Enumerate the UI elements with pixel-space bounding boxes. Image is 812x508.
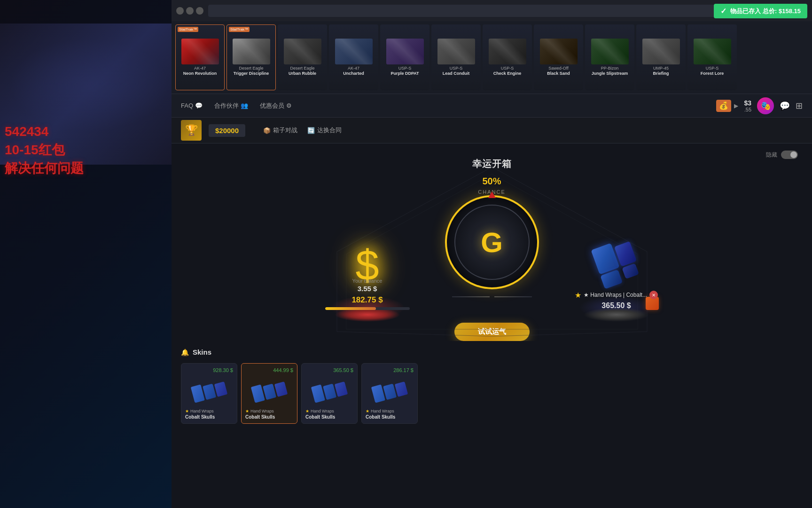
carousel-item-3[interactable]: AK-47Uncharted	[329, 24, 378, 90]
profile-bar: 🏆 $20000 📦 箱子对战 🔄 达换合同	[172, 118, 812, 143]
carousel-name-3: AK-47Uncharted	[343, 66, 364, 76]
tab-trade[interactable]: 🔄 达换合同	[304, 124, 345, 136]
skin-type-2: Hand Wraps	[311, 409, 334, 413]
skin-name-row-2: ★ Hand Wraps	[305, 409, 353, 413]
partner-icon: 👥	[241, 102, 248, 109]
carousel-name-9: UMP-45Briefing	[653, 66, 669, 76]
block-3-2	[383, 384, 397, 400]
toast-text: 物品已存入 总价: $158.15	[730, 7, 801, 16]
carousel-item-8[interactable]: PP-BizonJungle Slipstream	[585, 24, 634, 90]
browser-controls	[176, 7, 203, 15]
carousel-name-10: USP-SForest Lore	[701, 66, 724, 76]
carousel-item-1[interactable]: StatTrak™ Desert EagleTrigger Discipline	[226, 24, 276, 90]
address-bar[interactable]	[208, 5, 767, 17]
carousel-name-0: AK-47Neon Revolution	[183, 66, 217, 76]
avatar[interactable]: 🎭	[757, 97, 774, 114]
partner-label: 合作伙伴	[214, 102, 239, 110]
skin-card-1[interactable]: 444.99 $ ★ Hand Wraps Cobalt Skulls	[241, 363, 297, 424]
right-prize-labels: ★ ★ Hand Wraps | Cobalt... ✕ 365.50 $	[551, 291, 682, 310]
carousel-item-10[interactable]: USP-SForest Lore	[687, 24, 737, 90]
faq-icon: 💬	[195, 102, 203, 109]
skin-star-2: ★	[305, 409, 309, 413]
wallet-icon: 💰	[716, 100, 731, 112]
block-1-2	[263, 384, 276, 400]
skin-card-2[interactable]: 365.50 $ ★ Hand Wraps Cobalt Skulls	[301, 363, 358, 424]
tab-box-battle[interactable]: 📦 箱子对战	[259, 124, 301, 136]
wallet-area[interactable]: 💰 ▶	[716, 100, 738, 112]
spin-lines	[452, 296, 532, 297]
carousel-gun-8	[591, 39, 629, 64]
nav-faq[interactable]: FAQ 💬	[181, 102, 203, 109]
balance-cents: .55	[744, 107, 751, 112]
g-logo: G	[481, 226, 503, 259]
faq-label: FAQ	[181, 102, 193, 109]
bet-value: 182.75 $	[302, 295, 433, 305]
carousel-gun-0	[181, 39, 219, 64]
grid-icon[interactable]: ⊞	[796, 101, 803, 111]
browser-btn-2[interactable]	[186, 7, 194, 15]
carousel-item-0[interactable]: StatTrak™ AK-47Neon Revolution	[175, 24, 225, 90]
carousel-name-8: PP-BizonJungle Slipstream	[592, 66, 628, 76]
toast-check-icon: ✓	[720, 7, 726, 16]
spinner-ring: G	[445, 195, 539, 289]
chat-icon[interactable]: 💬	[780, 101, 790, 111]
carousel-name-6: USP-SCheck Engine	[493, 66, 522, 76]
carousel-badge-1: StatTrak™	[229, 27, 250, 32]
carousel-item-7[interactable]: Sawed-OffBlack Sand	[534, 24, 583, 90]
toast-notification: ✓ 物品已存入 总价: $158.15	[714, 4, 807, 18]
carousel-name-2: Desert EagleUrban Rubble	[289, 66, 316, 76]
left-panel: 542434 10-15红包 解决任何问题	[0, 0, 172, 508]
item-name-row: ★ ★ Hand Wraps | Cobalt... ✕	[551, 291, 682, 300]
nav-bar: FAQ 💬 合作伙伴 👥 优惠会员 ⚙ 💰 ▶ $3 .55 🎭 💬 ⊞	[172, 94, 812, 118]
carousel-badge-0: StatTrak™	[178, 27, 198, 32]
spin-line-right	[494, 296, 532, 297]
skin-card-3[interactable]: 286.17 $ ★ Hand Wraps Cobalt Skulls	[361, 363, 418, 424]
lucky-title-row: 幸运开箱 隐藏	[172, 143, 812, 170]
wallet-arrow: ▶	[734, 103, 738, 109]
balance-main: $3	[744, 99, 751, 107]
carousel-gun-1	[233, 39, 270, 64]
trade-icon: 🔄	[307, 127, 315, 134]
block-3-3	[395, 381, 408, 397]
carousel-item-5[interactable]: USP-SLead Conduit	[431, 24, 481, 90]
remove-item-button[interactable]: ✕	[649, 291, 658, 299]
skin-name-0: Cobalt Skulls	[185, 414, 233, 420]
skins-header: 🔔 Skins	[181, 348, 803, 356]
carousel-item-2[interactable]: Desert EagleUrban Rubble	[278, 24, 327, 90]
block-1-3	[274, 381, 288, 397]
toggle-switch[interactable]	[781, 151, 798, 159]
browser-btn-1[interactable]	[176, 7, 184, 15]
carousel-item-9[interactable]: UMP-45Briefing	[636, 24, 686, 90]
skin-type-0: Hand Wraps	[190, 409, 214, 413]
skins-icon: 🔔	[181, 349, 189, 356]
left-prize: $ Your balance 3.55 $ 182.75 $	[302, 181, 433, 312]
skin-price-3: 286.17 $	[366, 367, 414, 373]
block-2-2	[323, 384, 336, 400]
carousel-item-4[interactable]: USP-SPurple DDPAT	[380, 24, 429, 90]
carousel-gun-7	[540, 39, 578, 64]
nav-partner[interactable]: 合作伙伴 👥	[214, 102, 248, 110]
skin-price-2: 365.50 $	[305, 367, 353, 373]
skin-name-row-3: ★ Hand Wraps	[366, 409, 414, 413]
browser-btn-3[interactable]	[196, 7, 203, 15]
spinner-arrow	[488, 191, 496, 198]
left-panel-info: 542434 10-15红包 解决任何问题	[5, 122, 84, 178]
nav-vip[interactable]: 优惠会员 ⚙	[260, 102, 292, 110]
carousel-item-6[interactable]: USP-SCheck Engine	[483, 24, 532, 90]
skins-grid: 928.30 $ ★ Hand Wraps Cobalt Skulls 444.…	[181, 363, 803, 424]
skins-section: 🔔 Skins 928.30 $ ★ Hand Wraps Cobalt Sku…	[172, 341, 812, 508]
help-text: 解决任何问题	[5, 159, 84, 177]
hide-toggle[interactable]: 隐藏	[766, 151, 798, 159]
skin-img-2	[305, 375, 353, 406]
try-luck-button[interactable]: 试试运气	[454, 323, 530, 341]
right-prize: ★ ★ Hand Wraps | Cobalt... ✕ 365.50 $	[551, 181, 682, 312]
skin-card-0[interactable]: 928.30 $ ★ Hand Wraps Cobalt Skulls	[181, 363, 237, 424]
skin-img-0	[185, 375, 233, 406]
skin-name-row-1: ★ Hand Wraps	[245, 409, 293, 413]
carousel-name-7: Sawed-OffBlack Sand	[547, 66, 570, 76]
skin-name-1: Cobalt Skulls	[245, 414, 293, 420]
skin-type-3: Hand Wraps	[371, 409, 394, 413]
nav-right: 💰 ▶ $3 .55 🎭 💬 ⊞	[716, 97, 803, 114]
skin-star-0: ★	[185, 409, 189, 413]
spin-line-left	[452, 296, 490, 297]
